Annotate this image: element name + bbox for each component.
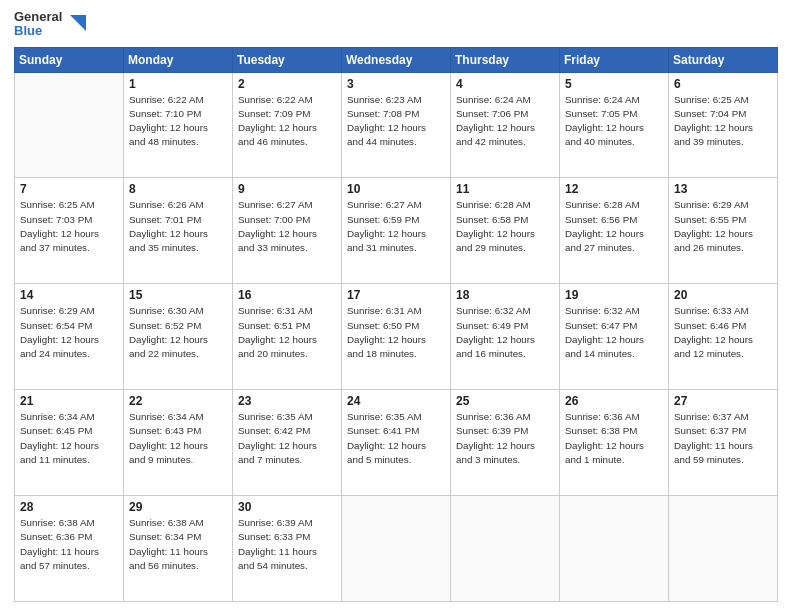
day-number: 1 [129, 77, 227, 91]
day-number: 9 [238, 182, 336, 196]
calendar-cell [669, 496, 778, 602]
calendar-cell: 7Sunrise: 6:25 AMSunset: 7:03 PMDaylight… [15, 178, 124, 284]
calendar: SundayMondayTuesdayWednesdayThursdayFrid… [14, 47, 778, 602]
calendar-cell: 4Sunrise: 6:24 AMSunset: 7:06 PMDaylight… [451, 72, 560, 178]
day-number: 24 [347, 394, 445, 408]
day-number: 13 [674, 182, 772, 196]
day-number: 6 [674, 77, 772, 91]
page: General Blue SundayMondayTuesdayWednesda… [0, 0, 792, 612]
day-info: Sunrise: 6:27 AMSunset: 6:59 PMDaylight:… [347, 198, 445, 255]
weekday-header: Tuesday [233, 47, 342, 72]
day-number: 11 [456, 182, 554, 196]
calendar-cell [15, 72, 124, 178]
calendar-cell: 25Sunrise: 6:36 AMSunset: 6:39 PMDayligh… [451, 390, 560, 496]
calendar-cell: 8Sunrise: 6:26 AMSunset: 7:01 PMDaylight… [124, 178, 233, 284]
day-info: Sunrise: 6:23 AMSunset: 7:08 PMDaylight:… [347, 93, 445, 150]
day-info: Sunrise: 6:38 AMSunset: 6:36 PMDaylight:… [20, 516, 118, 573]
day-number: 20 [674, 288, 772, 302]
day-number: 14 [20, 288, 118, 302]
day-info: Sunrise: 6:25 AMSunset: 7:03 PMDaylight:… [20, 198, 118, 255]
weekday-header: Wednesday [342, 47, 451, 72]
day-number: 18 [456, 288, 554, 302]
calendar-cell: 27Sunrise: 6:37 AMSunset: 6:37 PMDayligh… [669, 390, 778, 496]
day-number: 26 [565, 394, 663, 408]
logo: General Blue [14, 10, 86, 39]
calendar-cell: 24Sunrise: 6:35 AMSunset: 6:41 PMDayligh… [342, 390, 451, 496]
calendar-cell: 28Sunrise: 6:38 AMSunset: 6:36 PMDayligh… [15, 496, 124, 602]
calendar-cell: 30Sunrise: 6:39 AMSunset: 6:33 PMDayligh… [233, 496, 342, 602]
calendar-cell: 13Sunrise: 6:29 AMSunset: 6:55 PMDayligh… [669, 178, 778, 284]
calendar-cell: 6Sunrise: 6:25 AMSunset: 7:04 PMDaylight… [669, 72, 778, 178]
day-info: Sunrise: 6:35 AMSunset: 6:42 PMDaylight:… [238, 410, 336, 467]
calendar-cell: 26Sunrise: 6:36 AMSunset: 6:38 PMDayligh… [560, 390, 669, 496]
day-info: Sunrise: 6:28 AMSunset: 6:58 PMDaylight:… [456, 198, 554, 255]
calendar-cell: 22Sunrise: 6:34 AMSunset: 6:43 PMDayligh… [124, 390, 233, 496]
calendar-cell: 18Sunrise: 6:32 AMSunset: 6:49 PMDayligh… [451, 284, 560, 390]
calendar-cell: 9Sunrise: 6:27 AMSunset: 7:00 PMDaylight… [233, 178, 342, 284]
day-number: 15 [129, 288, 227, 302]
day-number: 29 [129, 500, 227, 514]
day-info: Sunrise: 6:22 AMSunset: 7:09 PMDaylight:… [238, 93, 336, 150]
day-info: Sunrise: 6:22 AMSunset: 7:10 PMDaylight:… [129, 93, 227, 150]
calendar-cell [342, 496, 451, 602]
day-info: Sunrise: 6:36 AMSunset: 6:38 PMDaylight:… [565, 410, 663, 467]
calendar-cell: 1Sunrise: 6:22 AMSunset: 7:10 PMDaylight… [124, 72, 233, 178]
calendar-cell: 17Sunrise: 6:31 AMSunset: 6:50 PMDayligh… [342, 284, 451, 390]
calendar-cell: 19Sunrise: 6:32 AMSunset: 6:47 PMDayligh… [560, 284, 669, 390]
day-info: Sunrise: 6:28 AMSunset: 6:56 PMDaylight:… [565, 198, 663, 255]
day-number: 25 [456, 394, 554, 408]
day-number: 17 [347, 288, 445, 302]
day-number: 28 [20, 500, 118, 514]
day-number: 30 [238, 500, 336, 514]
calendar-cell: 11Sunrise: 6:28 AMSunset: 6:58 PMDayligh… [451, 178, 560, 284]
day-number: 22 [129, 394, 227, 408]
day-info: Sunrise: 6:29 AMSunset: 6:55 PMDaylight:… [674, 198, 772, 255]
day-info: Sunrise: 6:37 AMSunset: 6:37 PMDaylight:… [674, 410, 772, 467]
day-number: 7 [20, 182, 118, 196]
calendar-cell: 23Sunrise: 6:35 AMSunset: 6:42 PMDayligh… [233, 390, 342, 496]
day-info: Sunrise: 6:31 AMSunset: 6:51 PMDaylight:… [238, 304, 336, 361]
day-number: 2 [238, 77, 336, 91]
day-info: Sunrise: 6:33 AMSunset: 6:46 PMDaylight:… [674, 304, 772, 361]
day-info: Sunrise: 6:35 AMSunset: 6:41 PMDaylight:… [347, 410, 445, 467]
day-number: 12 [565, 182, 663, 196]
day-info: Sunrise: 6:38 AMSunset: 6:34 PMDaylight:… [129, 516, 227, 573]
svg-marker-0 [70, 15, 86, 31]
day-info: Sunrise: 6:29 AMSunset: 6:54 PMDaylight:… [20, 304, 118, 361]
day-number: 8 [129, 182, 227, 196]
day-number: 4 [456, 77, 554, 91]
calendar-cell: 12Sunrise: 6:28 AMSunset: 6:56 PMDayligh… [560, 178, 669, 284]
day-info: Sunrise: 6:24 AMSunset: 7:05 PMDaylight:… [565, 93, 663, 150]
day-info: Sunrise: 6:25 AMSunset: 7:04 PMDaylight:… [674, 93, 772, 150]
calendar-cell: 5Sunrise: 6:24 AMSunset: 7:05 PMDaylight… [560, 72, 669, 178]
day-info: Sunrise: 6:24 AMSunset: 7:06 PMDaylight:… [456, 93, 554, 150]
weekday-header: Sunday [15, 47, 124, 72]
logo-general: General [14, 10, 62, 24]
day-info: Sunrise: 6:31 AMSunset: 6:50 PMDaylight:… [347, 304, 445, 361]
day-info: Sunrise: 6:32 AMSunset: 6:49 PMDaylight:… [456, 304, 554, 361]
calendar-cell: 15Sunrise: 6:30 AMSunset: 6:52 PMDayligh… [124, 284, 233, 390]
weekday-header: Saturday [669, 47, 778, 72]
calendar-cell: 21Sunrise: 6:34 AMSunset: 6:45 PMDayligh… [15, 390, 124, 496]
calendar-cell: 3Sunrise: 6:23 AMSunset: 7:08 PMDaylight… [342, 72, 451, 178]
day-info: Sunrise: 6:26 AMSunset: 7:01 PMDaylight:… [129, 198, 227, 255]
calendar-cell [560, 496, 669, 602]
calendar-cell: 14Sunrise: 6:29 AMSunset: 6:54 PMDayligh… [15, 284, 124, 390]
day-number: 27 [674, 394, 772, 408]
logo-triangle-icon [64, 13, 86, 35]
day-number: 19 [565, 288, 663, 302]
day-number: 23 [238, 394, 336, 408]
day-info: Sunrise: 6:27 AMSunset: 7:00 PMDaylight:… [238, 198, 336, 255]
weekday-header: Friday [560, 47, 669, 72]
day-number: 10 [347, 182, 445, 196]
calendar-cell: 10Sunrise: 6:27 AMSunset: 6:59 PMDayligh… [342, 178, 451, 284]
day-info: Sunrise: 6:32 AMSunset: 6:47 PMDaylight:… [565, 304, 663, 361]
day-number: 21 [20, 394, 118, 408]
day-info: Sunrise: 6:30 AMSunset: 6:52 PMDaylight:… [129, 304, 227, 361]
calendar-cell: 29Sunrise: 6:38 AMSunset: 6:34 PMDayligh… [124, 496, 233, 602]
day-number: 3 [347, 77, 445, 91]
weekday-header: Thursday [451, 47, 560, 72]
day-info: Sunrise: 6:36 AMSunset: 6:39 PMDaylight:… [456, 410, 554, 467]
calendar-cell: 20Sunrise: 6:33 AMSunset: 6:46 PMDayligh… [669, 284, 778, 390]
calendar-cell [451, 496, 560, 602]
